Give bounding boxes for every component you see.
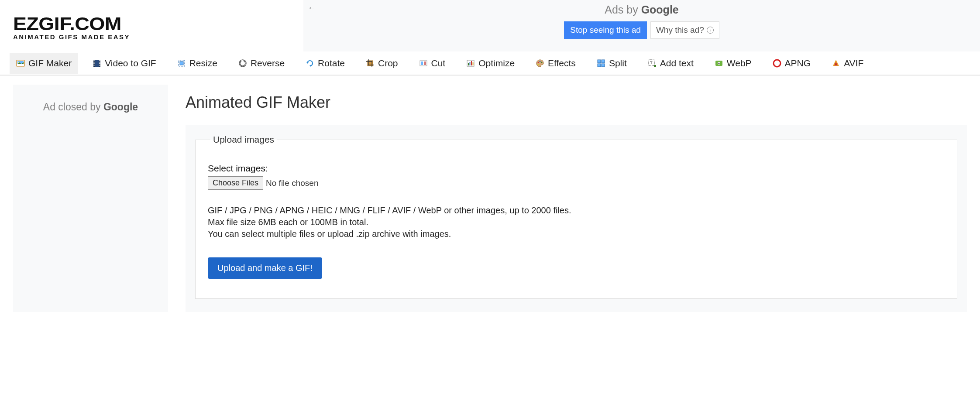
filmstrip-icon: [93, 59, 101, 68]
nav-crop[interactable]: Crop: [359, 53, 405, 74]
apng-icon: [773, 59, 781, 68]
nav-rotate[interactable]: Rotate: [299, 53, 351, 74]
split-icon: [597, 59, 605, 68]
svg-rect-15: [180, 62, 183, 65]
ad-label-brand: Google: [641, 3, 679, 16]
nav-avif[interactable]: AVIF: [825, 53, 870, 74]
nav-label: Effects: [548, 58, 576, 68]
nav-optimize[interactable]: Optimize: [460, 53, 521, 74]
ad-label: Ads by Google: [303, 3, 980, 16]
svg-rect-6: [94, 60, 95, 61]
info-icon: i: [707, 27, 714, 34]
svg-rect-33: [602, 64, 605, 67]
ad-sidebar: Ad closed by Google: [13, 85, 168, 312]
ad-sidebar-brand: Google: [103, 101, 138, 113]
image-icon: [16, 59, 25, 68]
ad-label-prefix: Ads by: [605, 3, 641, 16]
svg-point-39: [774, 60, 781, 67]
svg-rect-8: [94, 63, 95, 64]
upload-panel: Upload images Select images: Choose File…: [186, 125, 967, 312]
help-line: Max file size 6MB each or 100MB in total…: [208, 216, 945, 228]
cut-icon: [419, 59, 428, 68]
text-icon: T: [648, 59, 657, 68]
arrow-left-icon[interactable]: ←: [308, 3, 316, 13]
nav-label: Add text: [660, 58, 694, 68]
svg-rect-7: [94, 62, 95, 62]
page-title: Animated GIF Maker: [186, 93, 967, 112]
upload-fieldset: Upload images Select images: Choose File…: [195, 134, 957, 299]
nav-gif-maker[interactable]: GIF Maker: [10, 53, 78, 74]
help-line: GIF / JPG / PNG / APNG / HEIC / MNG / FL…: [208, 205, 945, 216]
nav-label: Reverse: [251, 58, 285, 68]
upload-legend: Upload images: [210, 134, 277, 145]
svg-point-29: [538, 64, 539, 65]
nav-apng[interactable]: APNG: [766, 53, 818, 74]
help-text: GIF / JPG / PNG / APNG / HEIC / MNG / FL…: [208, 205, 945, 240]
svg-rect-24: [471, 61, 472, 65]
svg-rect-25: [473, 62, 474, 65]
select-images-label: Select images:: [208, 163, 945, 174]
svg-rect-22: [468, 63, 469, 65]
svg-rect-10: [100, 60, 100, 61]
help-line: You can select multiple files or upload …: [208, 228, 945, 240]
nav-add-text[interactable]: T Add text: [641, 53, 700, 74]
nav-split[interactable]: Split: [590, 53, 633, 74]
nav-label: GIF Maker: [28, 58, 72, 68]
palette-icon: [536, 59, 544, 68]
stop-ad-button[interactable]: Stop seeing this ad: [564, 21, 647, 39]
svg-rect-20: [424, 62, 426, 65]
nav-label: Crop: [378, 58, 398, 68]
svg-rect-12: [100, 63, 100, 64]
nav-label: Cut: [431, 58, 446, 68]
choose-files-button[interactable]: Choose Files: [208, 176, 263, 190]
avif-icon: [832, 59, 840, 68]
svg-rect-23: [470, 62, 471, 65]
webp-icon: [715, 59, 723, 68]
svg-rect-11: [100, 62, 100, 62]
resize-icon: [177, 59, 186, 68]
nav-effects[interactable]: Effects: [529, 53, 582, 74]
svg-rect-31: [602, 60, 605, 63]
nav-label: Split: [609, 58, 627, 68]
nav-resize[interactable]: Resize: [171, 53, 224, 74]
ad-sidebar-prefix: Ad closed by: [43, 101, 103, 113]
svg-point-38: [718, 62, 719, 64]
nav-label: APNG: [785, 58, 811, 68]
upload-submit-button[interactable]: Upload and make a GIF!: [208, 257, 322, 279]
nav-label: WebP: [727, 58, 752, 68]
svg-point-26: [538, 62, 539, 63]
svg-point-28: [541, 62, 543, 63]
nav-video-to-gif[interactable]: Video to GIF: [86, 53, 163, 74]
main-nav: GIF Maker Video to GIF Resize Reverse Ro…: [0, 51, 980, 76]
nav-cut[interactable]: Cut: [413, 53, 452, 74]
nav-reverse[interactable]: Reverse: [232, 53, 291, 74]
nav-label: Optimize: [478, 58, 515, 68]
svg-text:T: T: [650, 61, 653, 65]
file-status-text: No file chosen: [266, 178, 318, 188]
reverse-icon: [238, 59, 247, 68]
svg-rect-13: [100, 65, 100, 65]
nav-label: Rotate: [318, 58, 345, 68]
crop-icon: [366, 59, 375, 68]
optimize-icon: [466, 59, 475, 68]
why-ad-button[interactable]: Why this ad? i: [650, 21, 719, 39]
svg-rect-30: [598, 60, 601, 63]
svg-point-27: [540, 61, 541, 62]
svg-rect-9: [94, 65, 95, 65]
why-ad-label: Why this ad?: [656, 25, 704, 35]
nav-label: AVIF: [844, 58, 863, 68]
svg-rect-19: [421, 62, 423, 65]
nav-label: Video to GIF: [105, 58, 156, 68]
main-content: Animated GIF Maker Upload images Select …: [186, 85, 967, 312]
nav-label: Resize: [189, 58, 217, 68]
rotate-icon: [306, 59, 314, 68]
ad-top-panel: ← Ads by Google Stop seeing this ad Why …: [303, 0, 980, 51]
svg-rect-32: [598, 64, 601, 67]
nav-webp[interactable]: WebP: [708, 53, 758, 74]
